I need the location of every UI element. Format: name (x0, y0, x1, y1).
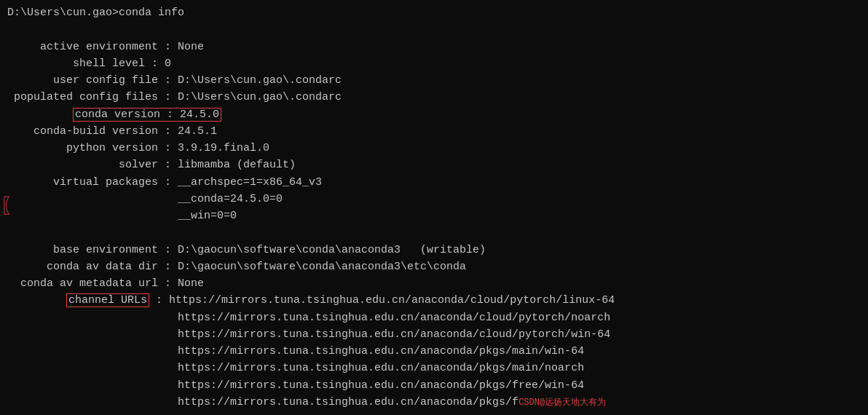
conda-av-meta-line: conda av metadata url : None (7, 275, 861, 292)
channel-urls-line1: channel URLs : https://mirrors.tuna.tsin… (7, 292, 861, 309)
channel-urls-line2: https://mirrors.tuna.tsinghua.edu.cn/ana… (7, 309, 861, 326)
blank-line-2 (7, 224, 861, 241)
terminal-window: 〖 D:\Users\cun.gao>conda info active env… (0, 0, 868, 415)
command-prompt-line: D:\Users\cun.gao>conda info (7, 4, 861, 21)
conda-build-line: conda-build version : 24.5.1 (7, 123, 861, 140)
channel-urls-line7: https://mirrors.tuna.tsinghua.edu.cn/ana… (7, 394, 861, 411)
channel-urls-line5: https://mirrors.tuna.tsinghua.edu.cn/ana… (7, 360, 861, 376)
user-config-line: user config file : D:\Users\cun.gao\.con… (7, 72, 861, 89)
conda-version-line: conda version : 24.5.0 (7, 106, 861, 123)
channel-urls-line3: https://mirrors.tuna.tsinghua.edu.cn/ana… (7, 326, 861, 343)
left-bracket-decoration: 〖 (0, 197, 20, 218)
active-environment-line: active environment : None (7, 39, 861, 55)
channel-urls-line6: https://mirrors.tuna.tsinghua.edu.cn/ana… (7, 377, 861, 394)
python-version-line: python version : 3.9.19.final.0 (7, 140, 861, 157)
shell-level-line: shell level : 0 (7, 55, 861, 72)
channel-urls-line4: https://mirrors.tuna.tsinghua.edu.cn/ana… (7, 343, 861, 360)
virtual-packages-line1: virtual packages : __archspec=1=x86_64_v… (7, 174, 861, 191)
channel-urls-highlight: channel URLs (66, 293, 149, 307)
conda-version-highlight: conda version : 24.5.0 (73, 108, 221, 122)
virtual-packages-line3: __win=0=0 (7, 208, 861, 224)
solver-line: solver : libmamba (default) (7, 157, 861, 173)
virtual-packages-line2: __conda=24.5.0=0 (7, 191, 861, 208)
base-environment-line: base environment : D:\gaocun\software\co… (7, 242, 861, 258)
conda-av-data-line: conda av data dir : D:\gaocun\software\c… (7, 258, 861, 275)
blank-line-1 (7, 21, 861, 38)
populated-config-line: populated config files : D:\Users\cun.ga… (7, 89, 861, 106)
